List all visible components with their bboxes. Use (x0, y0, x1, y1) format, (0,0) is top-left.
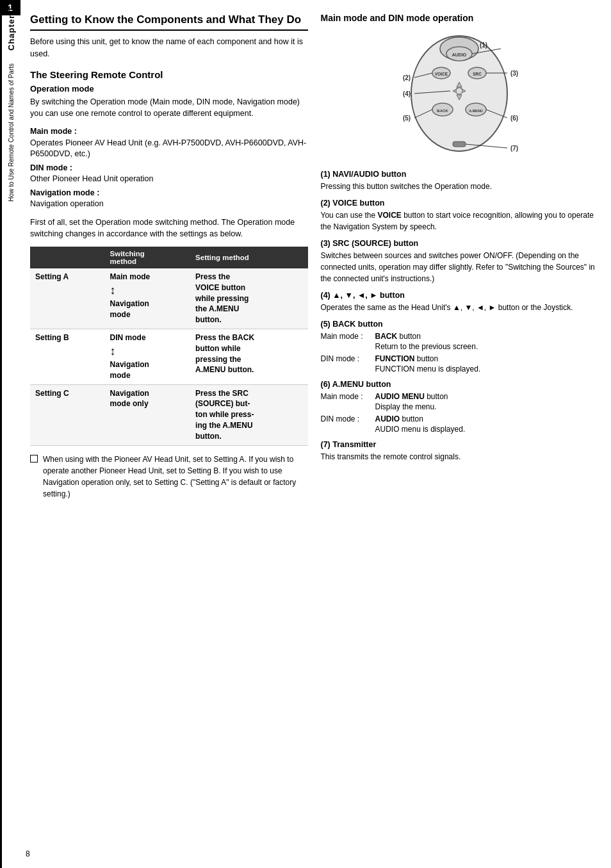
btn-amenu-main-label: Main mode : (321, 391, 375, 402)
btn-back-main-row: Main mode : BACK button (321, 331, 599, 342)
btn-voice-desc: You can use the VOICE button to start vo… (321, 209, 599, 233)
nav-mode-desc: Navigation operation (30, 199, 104, 208)
right-section-title: Main mode and DIN mode operation (321, 13, 599, 23)
right-column: Main mode and DIN mode operation AUDIO (321, 13, 599, 500)
btn-navi-title: (1) NAVI/AUDIO button (321, 170, 599, 179)
nav-mode-label: Navigation mode : Navigation operation (30, 188, 308, 210)
note-text: When using with the Pioneer AV Head Unit… (43, 454, 308, 500)
btn-back-main-value: BACK button (375, 331, 599, 342)
svg-point-13 (456, 88, 462, 94)
svg-text:(1): (1) (480, 42, 487, 49)
btn-amenu-main-row: Main mode : AUDIO MENU button (321, 391, 599, 402)
btn-src-title: (3) SRC (SOURCE) button (321, 239, 599, 248)
remote-diagram: AUDIO VOICE SRC (389, 29, 530, 160)
nav-mode-label-text: Navigation mode : (30, 188, 99, 197)
svg-text:A.MENU: A.MENU (469, 109, 483, 113)
setting-b-label: Setting B (30, 329, 105, 385)
btn-back-din-sub: FUNCTION menu is displayed. (375, 364, 599, 373)
btn-navi-desc: Pressing this button switches the Operat… (321, 181, 599, 192)
btn-back-main-sub: Return to the previous screen. (375, 342, 599, 351)
left-column: Getting to Know the Components and What … (30, 13, 308, 500)
table-row: Setting A Main mode ↕ Navigationmode Pre… (30, 268, 308, 329)
btn-amenu-main-value: AUDIO MENU button (375, 391, 599, 402)
svg-text:(6): (6) (510, 115, 518, 122)
svg-text:(4): (4) (403, 90, 411, 97)
setting-a-label: Setting A (30, 268, 105, 329)
setting-c-switching: Navigationmode only (105, 384, 191, 445)
svg-rect-18 (453, 142, 466, 147)
sidebar: 1 Chapter 1 How to Use Remote Control an… (0, 0, 20, 868)
setting-c-label: Setting C (30, 384, 105, 445)
btn-directional-desc: Operates the same as the Head Unit's ▲, … (321, 302, 599, 313)
table-row: Setting B DIN mode ↕ Navigationmode Pres… (30, 329, 308, 385)
note-checkbox-icon (30, 455, 38, 463)
btn-amenu-main-sub: Display the menu. (375, 402, 599, 411)
setting-c-method: Press the SRC(SOURCE) but-ton while pres… (190, 384, 307, 445)
btn-directional-title: (4) ▲, ▼, ◄, ► button (321, 291, 599, 300)
svg-text:(5): (5) (403, 115, 411, 122)
btn-amenu-din-row: DIN mode : AUDIO button (321, 413, 599, 425)
svg-text:BACK: BACK (437, 109, 449, 113)
remote-control-svg: AUDIO VOICE SRC (389, 29, 530, 158)
btn-voice-title: (2) VOICE button (321, 199, 599, 208)
btn-amenu-din-label: DIN mode : (321, 413, 375, 425)
btn-transmitter-desc: This transmits the remote control signal… (321, 451, 599, 463)
main-mode-desc: Operates Pioneer AV Head Unit (e.g. AVH-… (30, 138, 306, 159)
btn-back-main-label: Main mode : (321, 331, 375, 342)
steering-remote-title: The Steering Remote Control (30, 69, 308, 80)
setting-a-switching: Main mode ↕ Navigationmode (105, 268, 191, 329)
main-content: Getting to Know the Components and What … (20, 0, 611, 868)
sidebar-rotated-text: How to Use Remote Control and Names of P… (7, 63, 15, 202)
main-mode-label: Main mode : Operates Pioneer AV Head Uni… (30, 126, 308, 160)
note-box: When using with the Pioneer AV Head Unit… (30, 454, 308, 500)
svg-text:(7): (7) (510, 145, 518, 152)
din-mode-label: DIN mode : Other Pioneer Head Unit opera… (30, 163, 308, 185)
btn-back-din-value: FUNCTION button (375, 353, 599, 364)
page-number: 8 (26, 849, 30, 858)
btn-transmitter-title: (7) Transmitter (321, 440, 599, 449)
table-row: Setting C Navigationmode only Press the … (30, 384, 308, 445)
setting-b-method: Press the BACKbutton whilepressing theA.… (190, 329, 307, 385)
setting-a-method: Press theVOICE buttonwhile pressingthe A… (190, 268, 307, 329)
chapter-label: Chapter 1 (6, 6, 16, 51)
svg-text:(2): (2) (403, 74, 411, 81)
table-header-switching: Switchingmethod (105, 247, 191, 268)
main-mode-label-text: Main mode : (30, 127, 77, 136)
btn-transmitter: (7) Transmitter This transmits the remot… (321, 440, 599, 463)
settings-table: Switchingmethod Setting method Setting A… (30, 247, 308, 446)
svg-text:SRC: SRC (473, 72, 482, 76)
btn-back-din-label: DIN mode : (321, 353, 375, 364)
page-title: Getting to Know the Components and What … (30, 13, 308, 31)
table-header-setting-method: Setting method (190, 247, 307, 268)
din-mode-label-text: DIN mode : (30, 163, 72, 172)
btn-amenu-title: (6) A.MENU button (321, 380, 599, 389)
table-header-setting (30, 247, 105, 268)
switching-intro: First of all, set the Operation mode swi… (30, 217, 308, 241)
btn-back-title: (5) BACK button (321, 320, 599, 329)
btn-voice: (2) VOICE button You can use the VOICE b… (321, 199, 599, 233)
intro-text: Before using this unit, get to know the … (30, 36, 308, 60)
operation-mode-title: Operation mode (30, 84, 308, 94)
btn-amenu: (6) A.MENU button Main mode : AUDIO MENU… (321, 380, 599, 434)
svg-text:(3): (3) (510, 70, 518, 77)
btn-src: (3) SRC (SOURCE) button Switches between… (321, 239, 599, 284)
din-mode-desc: Other Pioneer Head Unit operation (30, 174, 153, 183)
btn-back: (5) BACK button Main mode : BACK button … (321, 320, 599, 373)
btn-navi-audio: (1) NAVI/AUDIO button Pressing this butt… (321, 170, 599, 192)
btn-amenu-din-sub: AUDIO menu is displayed. (375, 425, 599, 434)
btn-back-din-row: DIN mode : FUNCTION button (321, 353, 599, 364)
svg-text:AUDIO: AUDIO (452, 53, 467, 57)
operation-mode-text: By switching the Operation mode (Main mo… (30, 96, 308, 120)
setting-b-switching: DIN mode ↕ Navigationmode (105, 329, 191, 385)
btn-directional: (4) ▲, ▼, ◄, ► button Operates the same … (321, 291, 599, 313)
btn-amenu-din-value: AUDIO button (375, 413, 599, 425)
btn-src-desc: Switches between sources and switches po… (321, 250, 599, 284)
svg-text:VOICE: VOICE (435, 72, 448, 76)
